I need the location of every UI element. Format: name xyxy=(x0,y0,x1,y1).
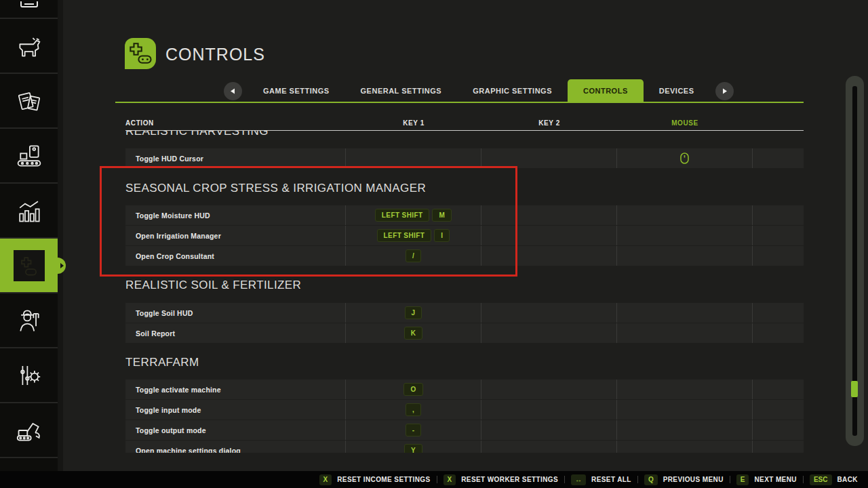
section-realistic-harvesting: REALISTIC HARVESTING xyxy=(125,131,804,138)
table-row[interactable]: Toggle input mode , xyxy=(125,400,804,420)
key1-cell[interactable]: LEFT SHIFT I xyxy=(346,226,481,245)
action-label: Toggle activate machine xyxy=(125,380,346,399)
extra-cell xyxy=(753,205,803,225)
key2-cell[interactable] xyxy=(481,246,617,266)
key-badge: K xyxy=(404,327,423,340)
extra-cell xyxy=(753,420,803,440)
reset-worker-settings-button[interactable]: X RESET WORKER SETTINGS xyxy=(437,474,565,485)
key-x-badge: X xyxy=(319,474,332,485)
action-label: Toggle HUD Cursor xyxy=(125,148,346,168)
key-esc-badge: ESC xyxy=(810,474,832,485)
mouse-cell[interactable] xyxy=(617,303,753,323)
mouse-cell[interactable] xyxy=(617,380,753,399)
key2-cell[interactable] xyxy=(481,400,617,420)
table-row[interactable]: Open Crop Consultant / xyxy=(125,246,804,266)
key1-cell[interactable]: / xyxy=(346,246,481,266)
previous-menu-button[interactable]: Q PREVIOUS MENU xyxy=(638,474,730,485)
section-seasonal-crop-stress: SEASONAL CROP STRESS & IRRIGATION MANAGE… xyxy=(125,180,804,196)
tabs-next-button[interactable] xyxy=(715,82,734,100)
cow-icon xyxy=(14,33,44,60)
key-q-badge: Q xyxy=(644,474,658,485)
key-badge: O xyxy=(403,383,422,396)
mouse-cell[interactable] xyxy=(617,148,753,168)
extra-cell xyxy=(753,303,803,323)
action-label: Open Irrigation Manager xyxy=(125,226,346,245)
table-row[interactable]: Soil Report K xyxy=(125,323,804,344)
column-header-mouse: MOUSE xyxy=(617,119,753,127)
table-row[interactable]: Toggle output mode - xyxy=(125,420,804,441)
table-row[interactable]: Toggle HUD Cursor xyxy=(125,148,804,169)
controls-active-icon xyxy=(14,250,45,281)
mouse-cell[interactable] xyxy=(617,441,753,453)
reset-all-button[interactable]: ↔ RESET ALL xyxy=(565,474,637,485)
sidebar-item-production[interactable] xyxy=(0,129,58,184)
table-row[interactable]: Open Irrigation Manager LEFT SHIFT I xyxy=(125,226,804,246)
table-row[interactable]: Open machine settings dialog Y xyxy=(125,441,804,453)
column-header-key2: KEY 2 xyxy=(481,119,617,127)
extra-cell xyxy=(753,323,803,343)
key2-cell[interactable] xyxy=(481,205,617,225)
key1-cell[interactable]: - xyxy=(346,420,481,440)
mouse-cell[interactable] xyxy=(617,246,753,266)
sidebar-item-settings[interactable] xyxy=(0,348,58,403)
excavator-icon xyxy=(14,417,44,444)
sidebar-item-animals[interactable] xyxy=(0,19,58,74)
scrollbar-thumb[interactable] xyxy=(851,381,858,397)
key2-cell[interactable] xyxy=(481,420,617,440)
key2-cell[interactable] xyxy=(481,303,617,323)
mouse-cell[interactable] xyxy=(617,226,753,245)
sidebar-item-vehicles[interactable] xyxy=(0,0,58,19)
mouse-cell[interactable] xyxy=(617,420,753,440)
table-row[interactable]: Toggle activate machine O xyxy=(125,380,804,400)
key2-cell[interactable] xyxy=(481,323,617,343)
key1-cell[interactable]: J xyxy=(346,303,481,323)
tab-controls[interactable]: CONTROLS xyxy=(568,79,644,102)
back-button[interactable]: ESC BACK xyxy=(804,474,864,485)
mouse-cell[interactable] xyxy=(617,205,753,225)
arrow-left-icon xyxy=(230,88,236,94)
sidebar-item-statistics[interactable] xyxy=(0,184,58,239)
action-label: Open Crop Consultant xyxy=(125,246,346,266)
sidebar-item-contracts[interactable] xyxy=(0,74,58,129)
table-row[interactable]: Toggle Moisture HUD LEFT SHIFT M xyxy=(125,205,804,226)
tab-general-settings[interactable]: GENERAL SETTINGS xyxy=(345,79,458,102)
sidebar-item-controls[interactable] xyxy=(0,239,58,293)
controls-screen: CONTROLS GAME SETTINGS GENERAL SETTINGS … xyxy=(0,0,868,488)
vehicle-icon xyxy=(16,1,43,16)
gamepad-dpad-icon xyxy=(127,41,153,66)
key1-cell[interactable]: Y xyxy=(346,441,481,453)
next-menu-button[interactable]: E NEXT MENU xyxy=(730,474,803,485)
key1-cell[interactable] xyxy=(346,148,481,168)
tab-devices[interactable]: DEVICES xyxy=(644,79,710,102)
action-label: Toggle input mode xyxy=(125,400,346,420)
reset-income-settings-button[interactable]: X RESET INCOME SETTINGS xyxy=(313,474,437,485)
table-row[interactable]: Toggle Soil HUD J xyxy=(125,303,804,323)
controls-header-icon xyxy=(125,38,156,69)
page-title: CONTROLS xyxy=(165,44,265,64)
sidebar-item-character[interactable] xyxy=(0,293,58,348)
sidebar-item-construction[interactable] xyxy=(0,403,58,458)
key1-cell[interactable]: O xyxy=(346,380,481,399)
key1-cell[interactable]: LEFT SHIFT M xyxy=(346,205,481,225)
tab-game-settings[interactable]: GAME SETTINGS xyxy=(248,79,345,102)
key-badge: J xyxy=(405,306,422,319)
tabs-prev-button[interactable] xyxy=(224,82,242,100)
key-x-badge: X xyxy=(443,474,456,485)
action-label: Toggle Soil HUD xyxy=(125,303,346,323)
mouse-cell[interactable] xyxy=(617,400,753,420)
tab-graphic-settings[interactable]: GRAPHIC SETTINGS xyxy=(457,79,568,102)
section-realistic-soil-fertilizer: REALISTIC SOIL & FERTILIZER xyxy=(125,277,804,293)
arrows-key-badge: ↔ xyxy=(571,474,586,485)
key-badge: / xyxy=(406,249,421,262)
key1-cell[interactable]: K xyxy=(346,323,481,343)
section-title: REALISTIC HARVESTING xyxy=(125,131,804,138)
mouse-cell[interactable] xyxy=(617,323,753,343)
key2-cell[interactable] xyxy=(481,226,617,245)
key2-cell[interactable] xyxy=(481,380,617,399)
key-badge: Y xyxy=(404,444,422,453)
key2-cell[interactable] xyxy=(481,441,617,453)
extra-cell xyxy=(753,400,803,420)
key2-cell[interactable] xyxy=(481,148,617,168)
key-badge: , xyxy=(406,403,421,416)
key1-cell[interactable]: , xyxy=(346,400,481,420)
